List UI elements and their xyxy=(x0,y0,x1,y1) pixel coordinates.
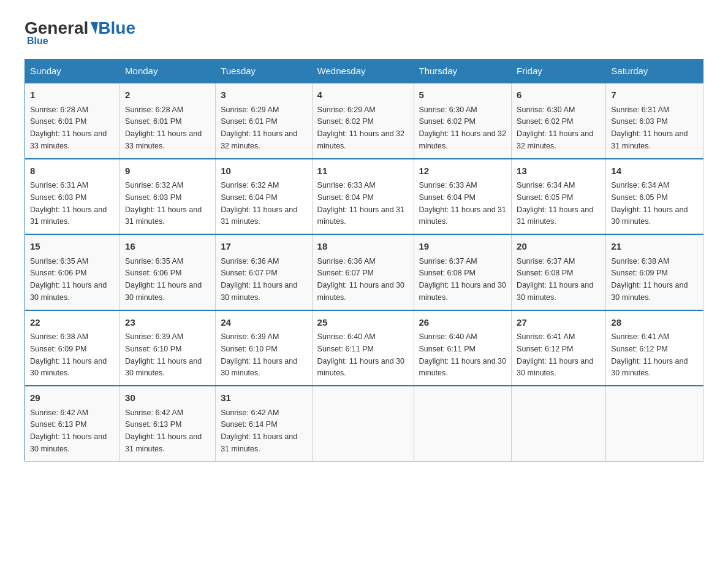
column-header-friday: Friday xyxy=(512,59,606,83)
calendar-week-1: 1 Sunrise: 6:28 AMSunset: 6:01 PMDayligh… xyxy=(25,83,703,159)
day-info: Sunrise: 6:35 AMSunset: 6:06 PMDaylight:… xyxy=(30,257,107,302)
calendar-day: 11 Sunrise: 6:33 AMSunset: 6:04 PMDaylig… xyxy=(312,159,414,235)
calendar-day: 27 Sunrise: 6:41 AMSunset: 6:12 PMDaylig… xyxy=(512,310,606,386)
day-info: Sunrise: 6:36 AMSunset: 6:07 PMDaylight:… xyxy=(317,257,404,302)
day-info: Sunrise: 6:32 AMSunset: 6:04 PMDaylight:… xyxy=(221,181,297,226)
calendar-day: 6 Sunrise: 6:30 AMSunset: 6:02 PMDayligh… xyxy=(512,83,606,159)
column-header-thursday: Thursday xyxy=(414,59,512,83)
day-number: 31 xyxy=(221,391,306,405)
day-number: 8 xyxy=(30,164,115,178)
calendar-day: 10 Sunrise: 6:32 AMSunset: 6:04 PMDaylig… xyxy=(216,159,312,235)
day-info: Sunrise: 6:28 AMSunset: 6:01 PMDaylight:… xyxy=(125,105,202,150)
calendar-day xyxy=(512,386,606,461)
calendar-week-4: 22 Sunrise: 6:38 AMSunset: 6:09 PMDaylig… xyxy=(25,310,703,386)
calendar-day: 29 Sunrise: 6:42 AMSunset: 6:13 PMDaylig… xyxy=(25,386,120,461)
logo: General Blue Blue xyxy=(25,18,135,47)
calendar-day: 22 Sunrise: 6:38 AMSunset: 6:09 PMDaylig… xyxy=(25,310,120,386)
calendar-day: 15 Sunrise: 6:35 AMSunset: 6:06 PMDaylig… xyxy=(25,234,120,310)
day-number: 27 xyxy=(517,316,601,330)
day-number: 4 xyxy=(317,88,409,102)
day-number: 22 xyxy=(30,316,115,330)
day-info: Sunrise: 6:40 AMSunset: 6:11 PMDaylight:… xyxy=(317,332,404,377)
calendar-day: 26 Sunrise: 6:40 AMSunset: 6:11 PMDaylig… xyxy=(414,310,512,386)
day-info: Sunrise: 6:41 AMSunset: 6:12 PMDaylight:… xyxy=(517,332,593,377)
day-info: Sunrise: 6:37 AMSunset: 6:08 PMDaylight:… xyxy=(419,257,506,302)
day-info: Sunrise: 6:35 AMSunset: 6:06 PMDaylight:… xyxy=(125,257,202,302)
day-number: 29 xyxy=(30,391,115,405)
day-info: Sunrise: 6:29 AMSunset: 6:01 PMDaylight:… xyxy=(221,105,297,150)
day-number: 30 xyxy=(125,391,210,405)
calendar-day: 2 Sunrise: 6:28 AMSunset: 6:01 PMDayligh… xyxy=(120,83,216,159)
calendar-table: SundayMondayTuesdayWednesdayThursdayFrid… xyxy=(25,59,703,462)
day-number: 5 xyxy=(419,88,507,102)
day-info: Sunrise: 6:34 AMSunset: 6:05 PMDaylight:… xyxy=(611,181,688,226)
calendar-day: 18 Sunrise: 6:36 AMSunset: 6:07 PMDaylig… xyxy=(312,234,414,310)
calendar-day: 31 Sunrise: 6:42 AMSunset: 6:14 PMDaylig… xyxy=(216,386,312,461)
calendar-day: 16 Sunrise: 6:35 AMSunset: 6:06 PMDaylig… xyxy=(120,234,216,310)
calendar-day: 20 Sunrise: 6:37 AMSunset: 6:08 PMDaylig… xyxy=(512,234,606,310)
day-info: Sunrise: 6:31 AMSunset: 6:03 PMDaylight:… xyxy=(30,181,107,226)
calendar-day: 1 Sunrise: 6:28 AMSunset: 6:01 PMDayligh… xyxy=(25,83,120,159)
day-info: Sunrise: 6:42 AMSunset: 6:13 PMDaylight:… xyxy=(125,408,202,453)
day-number: 25 xyxy=(317,316,409,330)
day-info: Sunrise: 6:37 AMSunset: 6:08 PMDaylight:… xyxy=(517,257,593,302)
header-row: SundayMondayTuesdayWednesdayThursdayFrid… xyxy=(25,59,703,83)
day-number: 28 xyxy=(611,316,698,330)
calendar-day: 12 Sunrise: 6:33 AMSunset: 6:04 PMDaylig… xyxy=(414,159,512,235)
calendar-day: 24 Sunrise: 6:39 AMSunset: 6:10 PMDaylig… xyxy=(216,310,312,386)
day-info: Sunrise: 6:42 AMSunset: 6:14 PMDaylight:… xyxy=(221,408,297,453)
calendar-header: SundayMondayTuesdayWednesdayThursdayFrid… xyxy=(25,59,703,83)
column-header-sunday: Sunday xyxy=(25,59,120,83)
day-number: 1 xyxy=(30,88,115,102)
column-header-saturday: Saturday xyxy=(606,59,703,83)
day-info: Sunrise: 6:38 AMSunset: 6:09 PMDaylight:… xyxy=(611,257,688,302)
day-info: Sunrise: 6:34 AMSunset: 6:05 PMDaylight:… xyxy=(517,181,593,226)
calendar-day: 5 Sunrise: 6:30 AMSunset: 6:02 PMDayligh… xyxy=(414,83,512,159)
day-number: 9 xyxy=(125,164,210,178)
column-header-tuesday: Tuesday xyxy=(216,59,312,83)
logo-subtitle: Blue xyxy=(27,36,135,47)
column-header-monday: Monday xyxy=(120,59,216,83)
day-info: Sunrise: 6:39 AMSunset: 6:10 PMDaylight:… xyxy=(125,332,202,377)
day-info: Sunrise: 6:33 AMSunset: 6:04 PMDaylight:… xyxy=(317,181,404,226)
day-info: Sunrise: 6:36 AMSunset: 6:07 PMDaylight:… xyxy=(221,257,297,302)
calendar-day: 4 Sunrise: 6:29 AMSunset: 6:02 PMDayligh… xyxy=(312,83,414,159)
calendar-day: 8 Sunrise: 6:31 AMSunset: 6:03 PMDayligh… xyxy=(25,159,120,235)
day-info: Sunrise: 6:31 AMSunset: 6:03 PMDaylight:… xyxy=(611,105,688,150)
day-number: 11 xyxy=(317,164,409,178)
day-info: Sunrise: 6:28 AMSunset: 6:01 PMDaylight:… xyxy=(30,105,107,150)
day-number: 24 xyxy=(221,316,306,330)
day-number: 12 xyxy=(419,164,507,178)
day-number: 23 xyxy=(125,316,210,330)
calendar-week-2: 8 Sunrise: 6:31 AMSunset: 6:03 PMDayligh… xyxy=(25,159,703,235)
calendar-day xyxy=(312,386,414,461)
column-header-wednesday: Wednesday xyxy=(312,59,414,83)
day-number: 14 xyxy=(611,164,698,178)
day-number: 13 xyxy=(517,164,601,178)
day-number: 20 xyxy=(517,240,601,254)
day-info: Sunrise: 6:29 AMSunset: 6:02 PMDaylight:… xyxy=(317,105,404,150)
day-info: Sunrise: 6:38 AMSunset: 6:09 PMDaylight:… xyxy=(30,332,107,377)
day-info: Sunrise: 6:32 AMSunset: 6:03 PMDaylight:… xyxy=(125,181,202,226)
logo-triangle-icon xyxy=(89,22,99,34)
calendar-day: 19 Sunrise: 6:37 AMSunset: 6:08 PMDaylig… xyxy=(414,234,512,310)
calendar-week-3: 15 Sunrise: 6:35 AMSunset: 6:06 PMDaylig… xyxy=(25,234,703,310)
page-header: General Blue Blue xyxy=(25,18,703,47)
day-info: Sunrise: 6:33 AMSunset: 6:04 PMDaylight:… xyxy=(419,181,506,226)
calendar-day xyxy=(606,386,703,461)
calendar-day: 28 Sunrise: 6:41 AMSunset: 6:12 PMDaylig… xyxy=(606,310,703,386)
calendar-body: 1 Sunrise: 6:28 AMSunset: 6:01 PMDayligh… xyxy=(25,83,703,461)
day-number: 17 xyxy=(221,240,306,254)
calendar-day: 23 Sunrise: 6:39 AMSunset: 6:10 PMDaylig… xyxy=(120,310,216,386)
day-info: Sunrise: 6:30 AMSunset: 6:02 PMDaylight:… xyxy=(419,105,506,150)
day-info: Sunrise: 6:40 AMSunset: 6:11 PMDaylight:… xyxy=(419,332,506,377)
day-number: 2 xyxy=(125,88,210,102)
day-number: 16 xyxy=(125,240,210,254)
day-number: 6 xyxy=(517,88,601,102)
calendar-day xyxy=(414,386,512,461)
calendar-day: 21 Sunrise: 6:38 AMSunset: 6:09 PMDaylig… xyxy=(606,234,703,310)
day-info: Sunrise: 6:41 AMSunset: 6:12 PMDaylight:… xyxy=(611,332,688,377)
calendar-day: 7 Sunrise: 6:31 AMSunset: 6:03 PMDayligh… xyxy=(606,83,703,159)
day-info: Sunrise: 6:30 AMSunset: 6:02 PMDaylight:… xyxy=(517,105,593,150)
day-number: 26 xyxy=(419,316,507,330)
